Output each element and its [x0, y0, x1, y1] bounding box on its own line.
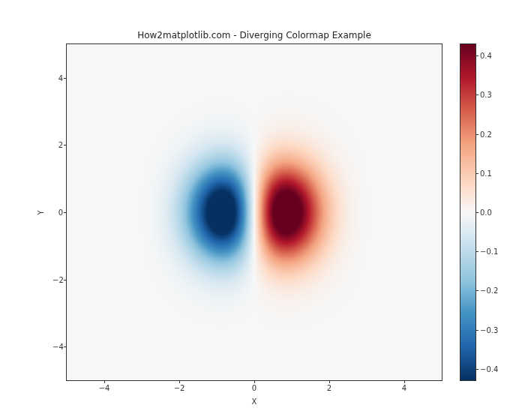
colorbar-tick-mark — [476, 330, 478, 331]
y-tick-mark — [64, 212, 67, 213]
y-tick-label: −2 — [52, 275, 63, 284]
colorbar-tick-mark — [476, 134, 478, 135]
y-axis-label: Y — [33, 44, 48, 381]
colorbar-tick-mark — [476, 212, 478, 213]
colorbar-tick-label: 0.2 — [480, 130, 492, 138]
colorbar-tick-label: 0.4 — [480, 52, 492, 60]
y-tick-label: 0 — [52, 208, 63, 217]
x-tick-label: −4 — [99, 384, 110, 392]
x-tick-mark — [179, 380, 180, 383]
y-tick-mark — [64, 78, 67, 79]
colorbar-tick-mark — [476, 56, 478, 56]
colorbar-tick-label: −0.3 — [480, 326, 498, 334]
x-tick-label: 4 — [402, 384, 406, 392]
heatmap-axes — [66, 44, 442, 381]
colorbar-tick-mark — [476, 251, 478, 252]
y-tick-mark — [64, 145, 67, 146]
y-tick-label: 4 — [52, 74, 63, 82]
colorbar-tick-label: 0.3 — [480, 91, 492, 99]
colorbar-tick-mark — [476, 369, 478, 370]
y-tick-label: −4 — [52, 343, 63, 351]
x-tick-label: 2 — [327, 384, 332, 392]
x-tick-mark — [404, 380, 405, 383]
colorbar-tick-label: −0.4 — [480, 364, 498, 373]
colorbar-tick-label: −0.1 — [480, 248, 498, 256]
x-tick-label: 0 — [252, 384, 256, 392]
heatmap-canvas — [67, 44, 442, 380]
x-tick-mark — [329, 380, 330, 383]
colorbar-tick-mark — [476, 94, 478, 95]
colorbar-tick-label: 0.1 — [480, 169, 492, 177]
colorbar — [460, 44, 476, 381]
x-axis-label: X — [66, 398, 442, 406]
chart-title: How2matplotlib.com - Diverging Colormap … — [66, 30, 442, 40]
colorbar-canvas — [460, 44, 476, 380]
colorbar-tick-mark — [476, 290, 478, 291]
colorbar-tick-label: −0.2 — [480, 286, 498, 295]
y-tick-label: 2 — [52, 141, 63, 149]
figure: How2matplotlib.com - Diverging Colormap … — [0, 0, 525, 420]
x-tick-mark — [104, 380, 105, 383]
y-tick-mark — [64, 280, 67, 280]
colorbar-tick-mark — [476, 173, 478, 174]
x-tick-mark — [254, 380, 255, 383]
y-tick-mark — [64, 346, 67, 347]
colorbar-tick-label: 0.0 — [480, 208, 492, 217]
x-tick-label: −2 — [174, 384, 185, 392]
